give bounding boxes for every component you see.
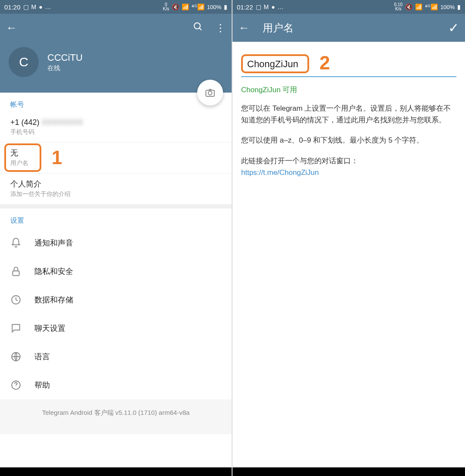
profile-header: C CCCiTU 在线 [0, 42, 232, 93]
username-form: 2 ChongZiJun 可用 您可以在 Telegram 上设置一个用户名。设… [232, 42, 465, 467]
back-icon[interactable]: ← [6, 21, 23, 34]
help-paragraph-1: 您可以在 Telegram 上设置一个用户名。设置后，别人将能够在不知道您的手机… [241, 103, 456, 126]
network-speed: 0.10 K/s [394, 3, 402, 11]
svg-line-1 [199, 28, 202, 30]
clock-icon [10, 294, 22, 305]
help-icon [10, 380, 22, 391]
phone-value: +1 (442) XXXXXXXX [10, 118, 221, 127]
profile-name: CCCiTU [47, 52, 83, 63]
chat-icon [10, 323, 22, 334]
avatar[interactable]: C [9, 47, 39, 77]
help-paragraph-2: 您可以使用 a–z、0–9 和下划线。最小长度为 5 个字符。 [241, 134, 456, 146]
search-icon[interactable] [193, 22, 203, 34]
mute-icon: 🔇 [172, 3, 179, 10]
more-icon: … [278, 3, 284, 10]
section-divider [0, 204, 232, 208]
annotation-number-1: 1 [52, 147, 62, 168]
bell-icon [10, 237, 22, 249]
android-nav-bar [0, 467, 232, 476]
lock-icon [10, 266, 22, 277]
svg-rect-4 [12, 271, 19, 276]
mute-icon: 🔇 [405, 3, 412, 10]
settings-label: 聊天设置 [34, 323, 65, 333]
chat-icon: ● [39, 3, 42, 10]
settings-label: 数据和存储 [34, 295, 73, 305]
phone-label: 手机号码 [10, 128, 221, 136]
camera-fab[interactable] [197, 80, 223, 106]
confirm-check-icon[interactable]: ✓ [448, 20, 459, 35]
settings-row-help[interactable]: 帮助 [0, 371, 232, 399]
app-version-footer: Telegram Android 客户端 v5.11.0 (1710) arm6… [0, 399, 232, 434]
wifi-icon: 📶 [415, 3, 422, 10]
settings-row-notifications[interactable]: 通知和声音 [0, 229, 232, 257]
battery-text: 100% [207, 4, 221, 10]
nav-title: 用户名 [256, 21, 448, 35]
status-bar: 01:20 ▢ M ● … 0 K/s 🔇 📶 ⁴ᴳ📶 100% ▮ [0, 0, 232, 14]
bio-value: 个人简介 [10, 179, 221, 189]
more-vert-icon[interactable]: ⋮ [215, 22, 226, 34]
phone-blurred: XXXXXXXX [42, 118, 83, 127]
mail-icon: M [264, 3, 269, 10]
battery-icon: ▮ [224, 3, 227, 10]
status-bar: 01:22 ▢ M ● … 0.10 K/s 🔇 📶 ⁴ᴳ📶 100% ▮ [232, 0, 465, 14]
settings-row-data[interactable]: 数据和存储 [0, 286, 232, 314]
svg-point-3 [208, 91, 212, 95]
username-label: 用户名 [10, 159, 28, 167]
picture-icon: ▢ [23, 3, 29, 10]
wifi-icon: 📶 [182, 3, 189, 10]
status-time: 01:22 [237, 3, 253, 11]
settings-row-language[interactable]: 语言 [0, 342, 232, 371]
network-speed: 0 K/s [163, 3, 169, 11]
battery-icon: ▮ [457, 3, 461, 10]
profile-link[interactable]: https://t.me/ChongZiJun [241, 168, 319, 177]
profile-status: 在线 [47, 64, 83, 72]
signal-icon: ⁴ᴳ📶 [425, 3, 438, 10]
section-title-settings: 设置 [0, 208, 232, 229]
app-bar: ← 用户名 ✓ [232, 14, 465, 42]
settings-row-chat[interactable]: 聊天设置 [0, 314, 232, 342]
annotation-box-1 [4, 143, 41, 172]
globe-icon [10, 351, 22, 362]
settings-label: 帮助 [34, 380, 50, 390]
username-value: 无 [10, 148, 18, 158]
input-underline [241, 76, 456, 77]
chat-icon: ● [271, 3, 275, 10]
section-title-account: 帐号 [0, 93, 232, 113]
annotation-box-2 [241, 54, 309, 73]
status-time: 01:20 [4, 3, 21, 11]
username-available-text: ChongZiJun 可用 [241, 85, 456, 95]
username-input[interactable] [247, 59, 303, 70]
bio-label: 添加一些关于你的介绍 [10, 190, 221, 198]
help-paragraph-3: 此链接会打开一个与您的对话窗口： https://t.me/ChongZiJun [241, 155, 456, 178]
picture-icon: ▢ [256, 3, 261, 10]
settings-label: 通知和声音 [34, 238, 73, 248]
back-icon[interactable]: ← [239, 21, 256, 34]
more-icon: … [45, 3, 51, 10]
svg-point-0 [194, 23, 200, 29]
bio-row[interactable]: 个人简介 添加一些关于你的介绍 [0, 174, 232, 204]
android-nav-bar [232, 467, 465, 476]
phone-row[interactable]: +1 (442) XXXXXXXX 手机号码 [0, 113, 232, 143]
account-section: 帐号 +1 (442) XXXXXXXX 手机号码 无 用户名 1 个人简介 添… [0, 93, 232, 204]
settings-section: 设置 通知和声音 隐私和安全 数据和存储 聊天设置 语言 帮助 [0, 208, 232, 399]
phone-screen-settings: 01:20 ▢ M ● … 0 K/s 🔇 📶 ⁴ᴳ📶 100% ▮ ← ⋮ C… [0, 0, 232, 476]
signal-icon: ⁴ᴳ📶 [192, 3, 205, 10]
settings-row-privacy[interactable]: 隐私和安全 [0, 257, 232, 286]
annotation-number-2: 2 [319, 52, 330, 74]
phone-screen-username: 01:22 ▢ M ● … 0.10 K/s 🔇 📶 ⁴ᴳ📶 100% ▮ ← … [232, 0, 465, 476]
battery-text: 100% [440, 4, 455, 10]
settings-label: 语言 [34, 352, 50, 362]
settings-label: 隐私和安全 [34, 266, 73, 277]
mail-icon: M [31, 3, 37, 10]
username-row[interactable]: 无 用户名 1 [0, 143, 232, 174]
app-bar: ← ⋮ [0, 14, 232, 42]
